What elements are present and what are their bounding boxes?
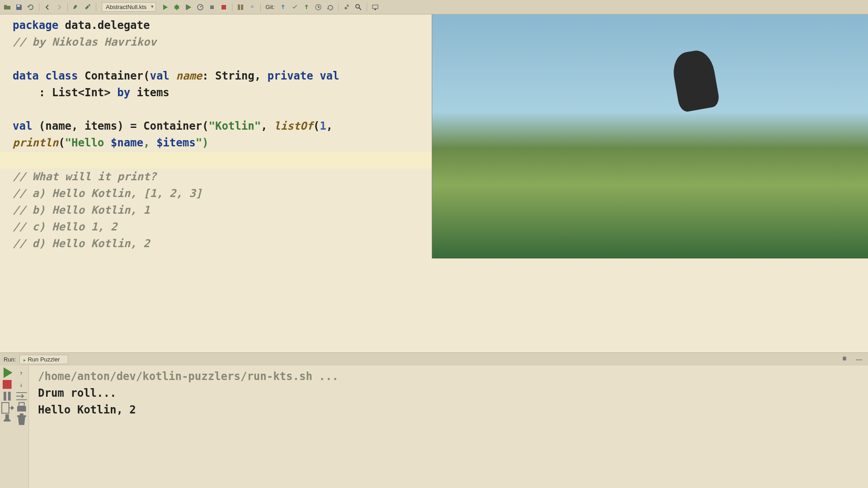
keyword: data	[13, 70, 39, 82]
hammer-icon[interactable]	[82, 2, 93, 13]
wrap-icon[interactable]	[14, 391, 29, 402]
forward-icon[interactable]	[54, 2, 65, 13]
svg-rect-11	[3, 380, 12, 389]
separator	[67, 3, 68, 11]
separator	[367, 3, 367, 11]
git-push-icon[interactable]	[301, 2, 312, 13]
git-history-icon[interactable]	[313, 2, 324, 13]
coverage-icon[interactable]	[183, 2, 194, 13]
keyword: package	[13, 19, 58, 32]
back-icon[interactable]	[42, 2, 53, 13]
string-var: $name	[111, 136, 143, 149]
svg-rect-13	[8, 392, 11, 401]
svg-rect-16	[19, 403, 24, 406]
separator	[338, 3, 339, 11]
run-label: Run:	[4, 356, 16, 363]
keyword: val	[150, 70, 169, 82]
run-icon[interactable]	[160, 2, 170, 13]
comment: // b) Hello Kotlin, 1	[13, 204, 150, 216]
svg-rect-4	[222, 5, 226, 9]
rerun-icon[interactable]	[0, 367, 14, 378]
code-text: ,	[326, 120, 333, 132]
gear-icon[interactable]	[839, 354, 850, 365]
settings-icon[interactable]	[341, 2, 352, 13]
code-text: (	[313, 120, 320, 132]
run-panel: Run: Run Puzzler — ↑ ↓	[0, 352, 868, 488]
run-gutter: ↑ ↓	[0, 366, 29, 488]
comment: // c) Hello 1, 2	[13, 221, 117, 233]
keyword: class	[45, 70, 78, 82]
minimize-icon[interactable]: —	[854, 354, 864, 365]
save-icon[interactable]	[14, 2, 24, 13]
print-icon[interactable]	[14, 403, 29, 413]
comment: // What will it print?	[13, 170, 156, 183]
profile-icon[interactable]	[195, 2, 206, 13]
string: ")	[196, 136, 209, 149]
refresh-icon[interactable]	[25, 2, 36, 13]
separator	[96, 3, 96, 11]
svg-rect-0	[17, 5, 20, 7]
svg-rect-14	[2, 403, 9, 413]
output-command: /home/anton/dev/kotlin-puzzlers/run-kts.…	[38, 368, 859, 385]
stop-icon[interactable]	[218, 2, 229, 13]
git-revert-icon[interactable]	[325, 2, 335, 13]
attach-icon[interactable]	[207, 2, 217, 13]
main-toolbar: AbstractNull.kts Git:	[0, 0, 868, 14]
svg-rect-12	[4, 392, 6, 401]
string: ,	[143, 136, 156, 149]
debug-icon[interactable]	[171, 2, 182, 13]
up-icon[interactable]: ↑	[14, 367, 29, 378]
code-text: Container(	[78, 70, 150, 82]
keyword: private	[268, 70, 313, 82]
run-output[interactable]: /home/anton/dev/kotlin-puzzlers/run-kts.…	[29, 366, 868, 488]
build-icon[interactable]	[71, 2, 81, 13]
keyword: by	[117, 86, 130, 99]
git-commit-icon[interactable]	[289, 2, 300, 13]
comment: // d) Hello Kotlin, 2	[13, 237, 150, 250]
keyword: val	[13, 120, 32, 132]
code-text: (	[58, 136, 65, 149]
svg-rect-15	[17, 406, 26, 412]
presentation-icon[interactable]	[370, 2, 381, 13]
code-text: data.delegate	[58, 19, 150, 32]
down-icon[interactable]: ↓	[14, 379, 29, 390]
comment: // a) Hello Kotlin, [1, 2, 3]	[13, 187, 202, 200]
code-text: ,	[261, 120, 274, 132]
svg-rect-5	[238, 5, 240, 10]
run-tab[interactable]: Run Puzzler	[19, 355, 68, 364]
trash-icon[interactable]	[14, 414, 29, 425]
git-update-icon[interactable]	[278, 2, 288, 13]
git-label: Git:	[265, 4, 274, 10]
comment: // by Nikolas Havrikov	[13, 36, 156, 48]
svg-point-1	[175, 5, 179, 9]
code-text: : List<Int>	[13, 86, 117, 99]
stop-icon[interactable]	[0, 379, 14, 390]
video-overlay	[432, 14, 868, 258]
output-line: Drum roll...	[38, 385, 859, 402]
run-panel-header: Run: Run Puzzler —	[0, 353, 868, 366]
pause-icon[interactable]	[0, 391, 14, 402]
open-icon[interactable]	[2, 2, 13, 13]
string: "Hello	[65, 136, 111, 149]
run-config-dropdown[interactable]: AbstractNull.kts	[102, 2, 156, 12]
layout-icon[interactable]	[235, 2, 246, 13]
svg-rect-9	[373, 5, 378, 9]
structure-icon[interactable]	[247, 2, 258, 13]
string-var: $items	[156, 136, 196, 149]
separator	[232, 3, 232, 11]
code-text: : String,	[202, 70, 268, 82]
code-text: (name, items) = Container(	[32, 120, 208, 132]
output-line: Hello Kotlin, 2	[38, 402, 859, 418]
separator	[39, 3, 39, 11]
code-text: items	[130, 86, 170, 99]
number: 1	[320, 120, 326, 132]
keyword: val	[313, 70, 340, 82]
identifier: listOf	[274, 120, 313, 132]
exit-icon[interactable]	[0, 403, 14, 413]
search-icon[interactable]	[353, 2, 364, 13]
pin-icon[interactable]	[0, 414, 14, 425]
svg-rect-6	[241, 5, 243, 10]
svg-rect-2	[186, 5, 187, 10]
svg-point-8	[356, 5, 359, 8]
identifier: name	[170, 70, 202, 82]
